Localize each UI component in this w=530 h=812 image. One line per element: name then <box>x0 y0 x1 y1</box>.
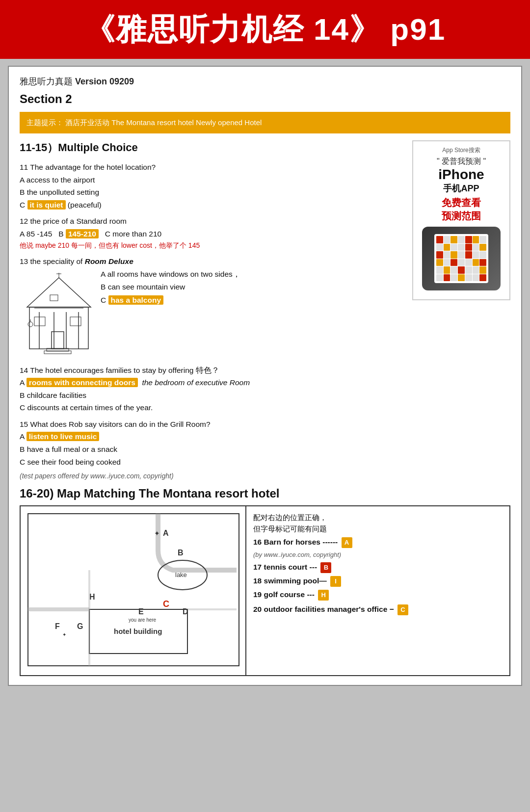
map-letter-f: F <box>55 622 60 630</box>
map-svg: hotel building lake A ✦ B H C <box>26 511 241 668</box>
theme-text: 酒店开业活动 The Montana resort hotel Newly op… <box>65 118 262 127</box>
iphone-title: iPhone <box>418 167 504 183</box>
building-svg-image <box>20 268 96 356</box>
q12-chinese: 他说 maybe 210 每一间，但也有 lower cost，他举了个 145 <box>20 240 407 251</box>
you-are-here-label: you are here <box>129 617 157 623</box>
ans20-badge: C <box>398 604 408 615</box>
answers-area: 配对右边的位置正确， 但字母标记可能有问题 16 Barn for horses… <box>246 506 509 675</box>
top-note-line1: 配对右边的位置正确， <box>253 512 503 524</box>
section-title: Section 2 <box>20 92 510 106</box>
answer-16: 16 Barn for horses ------ A <box>253 537 503 548</box>
ans19-badge: H <box>318 590 329 601</box>
svg-rect-6 <box>52 332 64 349</box>
q12-answer: 145-210 <box>66 229 99 238</box>
answer-18: 18 swimming pool— I <box>253 576 503 587</box>
left-col: 11-15）Multiple Choice 11 The advantage f… <box>20 140 412 480</box>
ans19-text: 19 golf course --- <box>253 590 315 599</box>
app-free: 免费查看 <box>418 196 504 210</box>
q13-italic: Room Deluxe <box>85 257 133 265</box>
q15-a-label: A <box>20 432 26 441</box>
q15-answer: listen to live music <box>26 432 100 441</box>
map-letter-c: C <box>163 599 169 609</box>
map-letter-d: D <box>183 607 188 616</box>
svg-point-12 <box>28 322 33 327</box>
map-title-bold: 16-20) Map Matching <box>20 487 135 500</box>
svg-rect-0 <box>29 307 88 349</box>
q13-options: A all rooms have windows on two sides， B… <box>101 268 407 360</box>
q13-option-c: C has a balcony <box>101 294 407 307</box>
q15-option-a: A listen to live music <box>20 430 407 443</box>
svg-rect-8 <box>70 317 81 326</box>
q14-italic: the bedroom of executive Room <box>142 378 250 387</box>
page-title: 《雅思听力机经 14》 p91 <box>15 9 515 50</box>
q12-options: A 85 -145 B 145-210 C more than 210 <box>20 228 407 240</box>
map-title-normal: The Montana resort hotel <box>139 487 280 500</box>
phone-image <box>422 227 501 290</box>
q14-option-b: B childcare facilities <box>20 389 407 402</box>
page-header: 《雅思听力机经 14》 p91 <box>0 0 530 59</box>
q14-text: 14 The hotel encourages families to stay… <box>20 364 407 377</box>
q15-option-c: C see their food being cooked <box>20 456 407 469</box>
q11-option-b: B the unpolluted setting <box>20 186 407 199</box>
app-subtitle: 手机APP <box>418 183 504 194</box>
q14-answer: rooms with connecting doors <box>26 378 138 387</box>
mc-header: 11-15）Multiple Choice <box>20 140 407 155</box>
brand-text: 爱普我预测 <box>442 157 481 165</box>
phone-screen <box>434 234 488 283</box>
q14-option-a: A rooms with connecting doors the bedroo… <box>20 376 407 389</box>
q15-option-b: B have a full meal or a snack <box>20 443 407 456</box>
bottom-section: hotel building lake A ✦ B H C <box>20 505 510 676</box>
ans16-text: 16 Barn for horses ------ <box>253 538 338 546</box>
ans17-text: 17 tennis court --- <box>253 563 317 571</box>
two-col-layout: 11-15）Multiple Choice 11 The advantage f… <box>20 140 510 480</box>
version-line: 雅思听力真题 Version 09209 <box>20 76 510 87</box>
copyright-map: (by www..iyuce.com, copyright) <box>253 551 503 558</box>
q11-note: (peaceful) <box>68 201 102 209</box>
q14-a-label: A <box>20 378 26 387</box>
q13-block: 13 the speciality of Room Deluxe <box>20 255 407 360</box>
q12-option-c: C more than 210 <box>105 230 161 238</box>
q13-answer: has a balcony <box>108 295 164 305</box>
copyright-mc: (test papers offered by www..iyuce.com, … <box>20 472 407 480</box>
theme-label: 主题提示： <box>26 118 63 127</box>
answer-20: 20 outdoor facilities manager's office −… <box>253 603 503 615</box>
answer-19: 19 golf course --- H <box>253 590 503 601</box>
ans18-text: 18 swimming pool— <box>253 576 327 585</box>
hotel-label: hotel building <box>114 627 162 635</box>
ans20-text: 20 outdoor facilities manager's office − <box>253 605 394 613</box>
map-letter-a: A <box>163 529 169 537</box>
q13-option-b: B can see mountain view <box>101 281 407 293</box>
svg-text:✦: ✦ <box>154 529 160 537</box>
top-note: 配对右边的位置正确， 但字母标记可能有问题 <box>253 512 503 534</box>
answer-17: 17 tennis court --- B <box>253 562 503 573</box>
q13-option-a: A all rooms have windows on two sides， <box>101 268 407 281</box>
q15-block: 15 What does Rob say visitors can do in … <box>20 418 407 468</box>
app-range: 预测范围 <box>418 210 504 223</box>
version-text: Version 09209 <box>75 77 134 86</box>
main-content: 雅思听力真题 Version 09209 Section 2 主题提示： 酒店开… <box>8 66 522 686</box>
svg-marker-1 <box>27 278 91 307</box>
svg-text:✦: ✦ <box>62 632 66 637</box>
q14-block: 14 The hotel encourages families to stay… <box>20 364 407 414</box>
q13-layout: A all rooms have windows on two sides， B… <box>20 268 407 360</box>
q12-text: 12 the price of a Standard room <box>20 215 407 228</box>
ans17-badge: B <box>320 562 331 573</box>
right-col: App Store搜索 " 爱普我预测 " iPhone 手机APP 免费查看 … <box>412 140 510 480</box>
building-sketch <box>20 268 96 360</box>
app-ad: App Store搜索 " 爱普我预测 " iPhone 手机APP 免费查看 … <box>412 140 510 300</box>
lake-label: lake <box>175 571 187 578</box>
svg-rect-7 <box>34 317 45 326</box>
q14-option-c: C discounts at certain times of the year… <box>20 401 407 414</box>
app-brand: " 爱普我预测 " <box>418 157 504 167</box>
app-store-text: App Store搜索 <box>418 146 504 155</box>
map-section-title: 16-20) Map Matching The Montana resort h… <box>20 487 510 500</box>
q11-text: 11 The advantage for the hotel location? <box>20 161 407 174</box>
q12-option-b: B <box>58 230 63 238</box>
q11-answer: it is quiet <box>27 200 66 210</box>
q13-header: 13 the speciality of Room Deluxe <box>20 255 407 268</box>
q13-c-label: C <box>101 296 108 304</box>
q13-text: 13 the speciality of <box>20 257 82 265</box>
map-letter-g: G <box>77 622 83 630</box>
ans18-badge: I <box>330 576 341 587</box>
theme-box: 主题提示： 酒店开业活动 The Montana resort hotel Ne… <box>20 112 510 133</box>
